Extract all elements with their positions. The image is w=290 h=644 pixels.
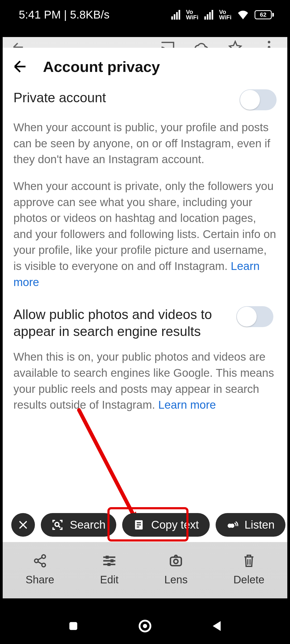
- lens-listen-button[interactable]: Listen: [216, 513, 285, 537]
- gallery-delete-label: Delete: [233, 574, 264, 586]
- lens-listen-label: Listen: [245, 518, 275, 531]
- svg-point-16: [42, 563, 45, 567]
- document-icon: [133, 519, 145, 531]
- lens-action-chips: Search Copy text Listen Cr: [11, 513, 287, 537]
- battery-icon: 62: [255, 10, 274, 19]
- svg-rect-29: [70, 622, 77, 630]
- search-engine-title: Allow public photos and videos to appear…: [13, 306, 228, 340]
- gallery-toolbar: Share Edit Lens Delete: [3, 542, 287, 598]
- svg-point-1: [268, 41, 270, 43]
- learn-more-link-2[interactable]: Learn more: [158, 398, 216, 411]
- private-account-desc-2: When your account is private, only the f…: [13, 178, 277, 290]
- gallery-delete-button[interactable]: Delete: [233, 553, 264, 584]
- trash-icon: [241, 553, 256, 568]
- svg-line-17: [38, 557, 42, 560]
- lens-close-button[interactable]: [11, 513, 35, 537]
- vowifi-label-2: VoWiFi: [219, 9, 231, 20]
- svg-rect-22: [106, 555, 108, 558]
- signal-icon-1: [171, 10, 180, 20]
- android-nav-bar: [0, 608, 290, 644]
- search-engine-toggle[interactable]: [236, 306, 273, 327]
- nav-home-button[interactable]: [136, 617, 154, 635]
- page-title: Account privacy: [43, 58, 160, 75]
- lens-copy-text-label: Copy text: [151, 518, 199, 531]
- private-account-title: Private account: [13, 89, 231, 106]
- gallery-lens-button[interactable]: Lens: [164, 553, 188, 584]
- listen-icon: [226, 519, 238, 531]
- gallery-edit-label: Edit: [100, 574, 118, 586]
- svg-point-26: [174, 559, 178, 564]
- page-back-button[interactable]: [11, 57, 30, 76]
- gallery-share-button[interactable]: Share: [26, 553, 54, 584]
- lens-icon: [168, 553, 183, 568]
- svg-line-7: [59, 526, 60, 528]
- status-time: 5:41 PM | 5.8KB/s: [19, 8, 110, 21]
- private-account-toggle[interactable]: [240, 89, 277, 110]
- svg-point-14: [34, 559, 38, 563]
- svg-rect-24: [107, 563, 110, 566]
- lens-search-button[interactable]: Search: [41, 513, 116, 537]
- signal-icon-2: [204, 10, 213, 20]
- vowifi-label-1: VoWiFi: [186, 9, 198, 20]
- private-account-desc-1: When your account is public, your profil…: [13, 119, 277, 167]
- svg-rect-23: [110, 559, 113, 562]
- gallery-lens-label: Lens: [164, 574, 188, 586]
- svg-point-31: [143, 624, 147, 628]
- nav-back-button[interactable]: [207, 617, 226, 635]
- nav-recents-button[interactable]: [64, 617, 83, 635]
- share-icon: [32, 553, 48, 568]
- lens-search-label: Search: [70, 518, 106, 531]
- svg-rect-25: [171, 557, 182, 566]
- gallery-edit-button[interactable]: Edit: [100, 553, 118, 584]
- wifi-icon: [237, 10, 249, 19]
- sliders-icon: [102, 553, 117, 568]
- svg-line-18: [38, 562, 42, 564]
- gallery-share-label: Share: [26, 574, 54, 586]
- lens-search-icon: [52, 519, 63, 531]
- close-icon: [17, 519, 29, 531]
- svg-point-15: [42, 555, 45, 558]
- svg-point-13: [230, 524, 234, 528]
- search-engine-desc: When this is on, your public photos and …: [13, 349, 277, 413]
- lens-copy-text-button[interactable]: Copy text: [122, 513, 209, 537]
- status-bar: 5:41 PM | 5.8KB/s VoWiFi VoWiFi 62: [0, 0, 290, 30]
